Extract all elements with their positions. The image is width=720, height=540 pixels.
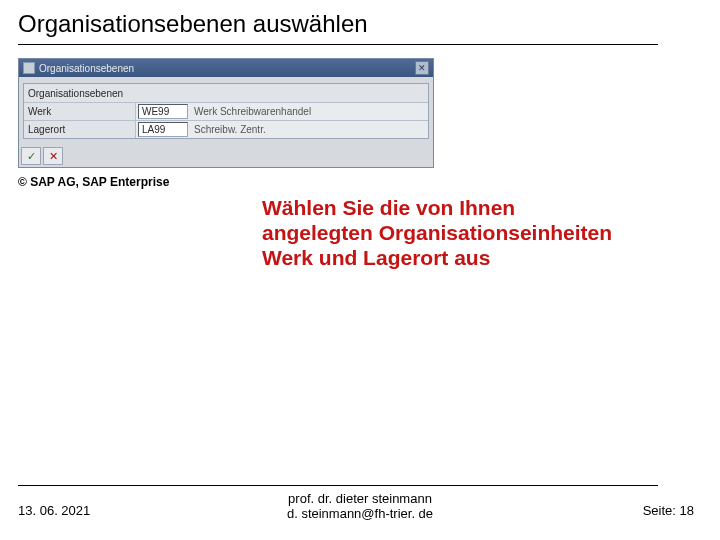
table-row: Werk WE99 Werk Schreibwarenhandel	[24, 102, 428, 120]
close-button[interactable]: ✕	[415, 61, 429, 75]
footer-author-email: d. steinmann@fh-trier. de	[0, 506, 720, 522]
image-caption: © SAP AG, SAP Enterprise	[18, 175, 169, 189]
slide-title: Organisationsebenen auswählen	[18, 10, 368, 38]
lagerort-code-input[interactable]: LA99	[138, 122, 188, 137]
footer-author-name: prof. dr. dieter steinmann	[0, 491, 720, 507]
org-grid: Organisationsebenen Werk WE99 Werk Schre…	[23, 83, 429, 139]
row-label-lagerort: Lagerort	[24, 121, 136, 138]
window-icon	[23, 62, 35, 74]
dialog-buttonbar: ✓ ✕	[19, 145, 433, 167]
werk-code-input[interactable]: WE99	[138, 104, 188, 119]
sap-dialog: Organisationsebenen ✕ Organisationsebene…	[18, 58, 434, 168]
dialog-titlebar: Organisationsebenen ✕	[19, 59, 433, 77]
row-label-werk: Werk	[24, 103, 136, 120]
confirm-button[interactable]: ✓	[21, 147, 41, 165]
dialog-body: Organisationsebenen Werk WE99 Werk Schre…	[19, 77, 433, 143]
werk-desc: Werk Schreibwarenhandel	[190, 103, 428, 120]
grid-header-label: Organisationsebenen	[24, 84, 428, 102]
title-underline	[18, 44, 658, 45]
titlebar-left: Organisationsebenen	[23, 62, 134, 74]
grid-header-row: Organisationsebenen	[24, 84, 428, 102]
table-row: Lagerort LA99 Schreibw. Zentr.	[24, 120, 428, 138]
lagerort-desc: Schreibw. Zentr.	[190, 121, 428, 138]
footer-center: prof. dr. dieter steinmann d. steinmann@…	[0, 491, 720, 522]
check-icon: ✓	[27, 150, 36, 163]
cancel-button[interactable]: ✕	[43, 147, 63, 165]
footer-page: Seite: 18	[643, 503, 694, 518]
dialog-title: Organisationsebenen	[39, 63, 134, 74]
cross-icon: ✕	[49, 150, 58, 163]
instruction-text: Wählen Sie die von Ihnen angelegten Orga…	[262, 195, 622, 271]
footer-rule	[18, 485, 658, 486]
